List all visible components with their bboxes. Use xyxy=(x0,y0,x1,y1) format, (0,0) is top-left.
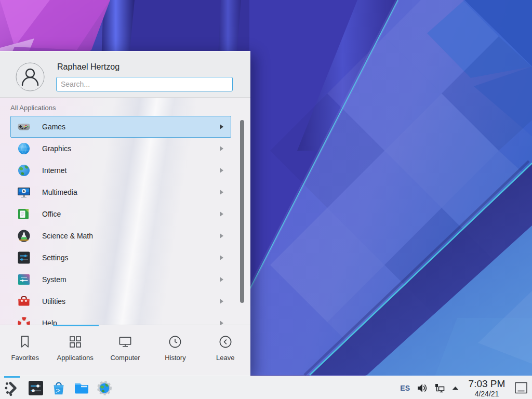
tab-label: Favorites xyxy=(11,354,38,362)
applications-list: Games Graphics xyxy=(10,116,231,325)
expand-tray-arrow-icon[interactable] xyxy=(451,385,459,391)
system-icon xyxy=(17,273,31,286)
kde-launcher-icon[interactable] xyxy=(3,379,21,397)
applications-grid-icon xyxy=(68,334,83,350)
tab-history[interactable]: History xyxy=(150,325,200,377)
tab-label: History xyxy=(165,354,185,362)
menu-item-label: Science & Math xyxy=(42,232,220,240)
favorites-bookmark-icon xyxy=(17,334,33,350)
chevron-right-icon xyxy=(220,146,223,151)
launcher-header: Raphael Hertzog xyxy=(0,51,250,98)
menu-item-games[interactable]: Games xyxy=(10,116,231,138)
menu-item-graphics[interactable]: Graphics xyxy=(10,138,231,159)
tab-applications[interactable]: Applications xyxy=(50,325,100,377)
chevron-right-icon xyxy=(220,233,223,238)
launcher-tabbar: Favorites Applications Computer xyxy=(0,325,250,377)
chevron-right-icon xyxy=(220,124,223,129)
clock-time: 7:03 PM xyxy=(466,379,508,389)
menu-item-multimedia[interactable]: Multimedia xyxy=(10,181,231,203)
menu-item-label: Graphics xyxy=(42,144,220,153)
desktop: Raphael Hertzog All Applications Games xyxy=(0,0,532,399)
discover-bag-icon[interactable] xyxy=(51,380,66,396)
chevron-right-icon xyxy=(220,190,223,195)
leave-back-icon xyxy=(218,334,233,350)
menu-item-system[interactable]: System xyxy=(10,269,231,290)
scrollbar-track[interactable] xyxy=(240,117,244,325)
menu-item-label: System xyxy=(42,275,220,284)
tab-favorites[interactable]: Favorites xyxy=(0,325,50,377)
taskbar: ES 7:03 PM 4/24/21 xyxy=(0,376,532,399)
games-icon xyxy=(17,120,31,134)
chevron-right-icon xyxy=(220,211,223,217)
tab-label: Applications xyxy=(57,354,94,362)
history-clock-icon xyxy=(167,334,183,350)
science-math-icon xyxy=(17,229,31,243)
user-name: Raphael Hertzog xyxy=(57,62,119,72)
keyboard-layout-indicator[interactable]: ES xyxy=(400,384,410,392)
scrollbar-thumb[interactable] xyxy=(240,120,244,303)
menu-item-label: Settings xyxy=(42,254,220,262)
menu-item-office[interactable]: Office xyxy=(10,203,231,225)
search-input[interactable] xyxy=(56,77,233,91)
user-avatar[interactable] xyxy=(16,62,45,91)
search-box xyxy=(56,77,233,91)
menu-item-science-math[interactable]: Science & Math xyxy=(10,225,231,247)
folder-icon[interactable] xyxy=(73,380,90,396)
menu-item-utilities[interactable]: Utilities xyxy=(10,290,231,312)
menu-item-label: Internet xyxy=(42,166,220,175)
tab-label: Computer xyxy=(110,354,140,362)
section-label: All Applications xyxy=(10,104,56,112)
menu-item-internet[interactable]: Internet xyxy=(10,159,231,181)
globe-gear-icon[interactable] xyxy=(97,380,112,396)
digital-clock[interactable]: 7:03 PM 4/24/21 xyxy=(466,379,508,397)
utilities-icon xyxy=(17,295,31,308)
help-icon xyxy=(17,316,31,325)
internet-icon xyxy=(17,164,31,177)
tab-label: Leave xyxy=(216,354,234,362)
menu-item-help[interactable]: Help xyxy=(10,312,231,325)
menu-item-label: Multimedia xyxy=(42,188,220,196)
show-desktop-icon[interactable] xyxy=(514,381,528,394)
clock-date: 4/24/21 xyxy=(466,390,508,397)
chevron-right-icon xyxy=(220,277,223,282)
taskbar-app-icons xyxy=(3,376,112,399)
settings-icon xyxy=(17,251,31,264)
chevron-right-icon xyxy=(220,321,223,325)
system-tray: ES 7:03 PM 4/24/21 xyxy=(400,376,528,399)
chevron-right-icon xyxy=(220,255,223,260)
graphics-icon xyxy=(17,142,31,155)
menu-item-label: Office xyxy=(42,210,220,218)
menu-item-label: Utilities xyxy=(42,297,220,305)
menu-item-label: Games xyxy=(42,123,220,131)
chevron-right-icon xyxy=(220,168,223,173)
system-settings-icon[interactable] xyxy=(28,380,44,396)
volume-icon[interactable] xyxy=(416,382,428,394)
office-icon xyxy=(17,207,31,221)
tab-leave[interactable]: Leave xyxy=(201,325,250,377)
chevron-right-icon xyxy=(220,299,223,304)
multimedia-icon xyxy=(17,185,31,199)
active-tab-indicator xyxy=(53,325,99,326)
computer-monitor-icon xyxy=(117,334,133,350)
network-wired-icon[interactable] xyxy=(434,382,445,394)
menu-item-settings[interactable]: Settings xyxy=(10,247,231,269)
menu-item-label: Help xyxy=(42,319,220,325)
application-launcher-menu: Raphael Hertzog All Applications Games xyxy=(0,51,250,376)
tab-computer[interactable]: Computer xyxy=(100,325,150,377)
